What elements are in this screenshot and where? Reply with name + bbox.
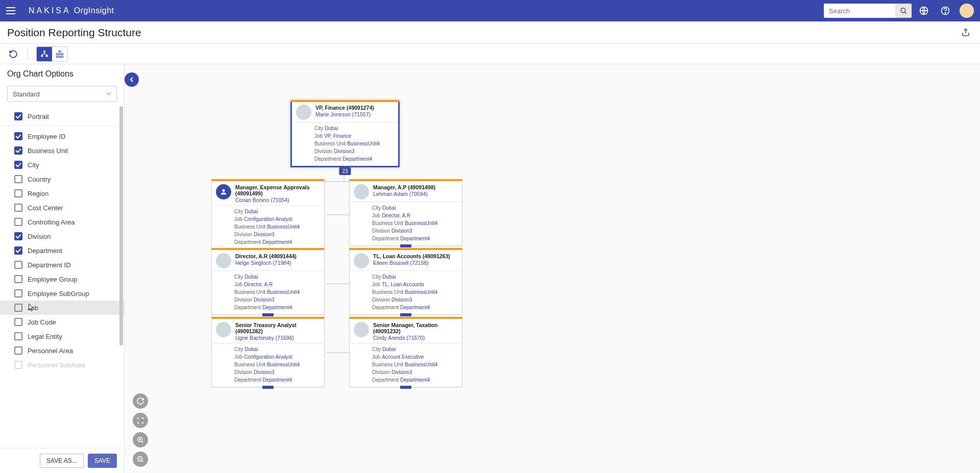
card-employee: Helge Siegloch (71984)	[235, 260, 320, 266]
field-label: City	[314, 125, 323, 132]
checkbox[interactable]	[14, 275, 22, 283]
option-region[interactable]: Region	[0, 186, 124, 201]
option-job-code[interactable]: Job Code	[0, 315, 124, 329]
user-avatar[interactable]	[960, 4, 974, 18]
org-card[interactable]: Director, A.R (49091444)Helge Siegloch (…	[211, 248, 325, 315]
option-label: Employee ID	[28, 133, 65, 140]
option-cost-center[interactable]: Cost Center	[0, 201, 124, 215]
zoom-in-button[interactable]	[133, 432, 148, 447]
checkbox[interactable]	[14, 304, 22, 312]
card-avatar	[354, 322, 369, 337]
checkbox[interactable]	[14, 261, 22, 269]
field-label: Job	[234, 281, 242, 288]
help-icon[interactable]	[936, 2, 954, 20]
option-label: Personnel SubArea	[28, 361, 85, 369]
share-icon[interactable]	[959, 26, 973, 40]
option-label: Employee SubGroup	[28, 290, 89, 297]
child-count-badge[interactable]: 23	[339, 167, 351, 175]
options-list[interactable]: PortraitEmployee IDBusiness UnitCityCoun…	[0, 106, 124, 448]
template-select[interactable]: Standard	[7, 86, 117, 102]
option-label: Job	[28, 304, 38, 312]
checkbox[interactable]	[14, 246, 22, 255]
option-department-id[interactable]: Department ID	[0, 258, 124, 272]
option-division[interactable]: Division	[0, 229, 124, 243]
collapse-sidebar-button[interactable]	[125, 72, 139, 87]
option-label: Legal Entity	[28, 333, 62, 340]
search-button[interactable]	[895, 4, 912, 18]
card-employee: Conan Bonino (71054)	[235, 197, 320, 203]
checkbox[interactable]	[14, 132, 22, 140]
expand-handle[interactable]	[262, 313, 274, 316]
reset-view-button[interactable]	[133, 393, 148, 409]
checkbox[interactable]	[14, 161, 22, 169]
fullscreen-button[interactable]	[133, 413, 148, 428]
option-job[interactable]: Job	[0, 301, 124, 315]
option-employee-group[interactable]: Employee Group	[0, 272, 124, 286]
save-button[interactable]: SAVE	[88, 454, 117, 468]
option-employee-id[interactable]: Employee ID	[0, 129, 124, 143]
option-controlling-area[interactable]: Controlling Area	[0, 215, 124, 229]
zoom-out-button[interactable]	[133, 452, 148, 467]
brand-name: NAKISA	[29, 6, 71, 15]
field-label: City	[234, 208, 243, 215]
field-value: Department4	[342, 155, 372, 163]
checkbox[interactable]	[14, 204, 22, 212]
field-label: Job	[234, 215, 242, 223]
org-card[interactable]: Manager, Expense Approvals (49091499)Con…	[211, 179, 325, 250]
scrollbar[interactable]	[119, 106, 123, 345]
org-card[interactable]: Senior Treasury Analyst (49091282)Ugne B…	[211, 317, 325, 387]
checkbox[interactable]	[14, 189, 22, 197]
option-city[interactable]: City	[0, 158, 124, 172]
field-value: Department4	[400, 376, 430, 384]
save-as-button[interactable]: SAVE AS...	[40, 454, 84, 468]
checkbox[interactable]	[14, 318, 22, 326]
field-value: Division3	[254, 296, 275, 304]
checkbox[interactable]	[14, 289, 22, 297]
checkbox[interactable]	[14, 218, 22, 226]
menu-icon[interactable]	[6, 5, 18, 17]
org-canvas[interactable]: VP, Finance (49091274)Marie Joneson (715…	[125, 64, 980, 473]
search-icon	[900, 7, 908, 15]
card-avatar	[296, 105, 311, 120]
option-personnel-subarea[interactable]: Personnel SubArea	[0, 358, 124, 372]
svg-rect-13	[61, 53, 63, 55]
product-name: OrgInsight	[74, 6, 114, 15]
field-label: Department	[314, 155, 341, 163]
expand-handle[interactable]	[400, 244, 411, 247]
option-label: Personnel Area	[28, 347, 73, 355]
org-card[interactable]: Manager, A.P (49091498)Lehman Adam (7059…	[349, 179, 462, 246]
refresh-icon[interactable]	[7, 48, 19, 60]
option-label: Division	[28, 233, 51, 240]
view-hierarchy-button[interactable]	[37, 47, 52, 61]
field-value: Configuration Analyst	[244, 215, 292, 223]
option-country[interactable]: Country	[0, 172, 124, 186]
field-label: Department	[234, 238, 261, 246]
expand-handle[interactable]	[262, 386, 274, 389]
language-icon[interactable]	[915, 2, 933, 20]
option-employee-subgroup[interactable]: Employee SubGroup	[0, 286, 124, 301]
checkbox[interactable]	[14, 232, 22, 240]
checkbox[interactable]	[14, 361, 22, 369]
org-card[interactable]: TL, Loan Accounts (49091263)Eileen Brass…	[349, 248, 462, 315]
search-input[interactable]	[824, 4, 895, 18]
checkbox[interactable]	[14, 112, 22, 120]
org-card-root[interactable]: VP, Finance (49091274)Marie Joneson (715…	[290, 100, 400, 167]
field-label: Department	[372, 376, 399, 384]
option-department[interactable]: Department	[0, 243, 124, 258]
view-grid-button[interactable]	[52, 47, 67, 61]
checkbox[interactable]	[14, 146, 22, 155]
checkbox[interactable]	[14, 175, 22, 183]
option-legal-entity[interactable]: Legal Entity	[0, 329, 124, 343]
option-business-unit[interactable]: Business Unit	[0, 143, 124, 158]
org-card[interactable]: Senior Manager, Taxation (49091232)Cindy…	[349, 317, 462, 387]
checkbox[interactable]	[14, 346, 22, 355]
option-personnel-area[interactable]: Personnel Area	[0, 343, 124, 358]
option-portrait[interactable]: Portrait	[0, 109, 124, 126]
card-position: Senior Treasury Analyst (49091282)	[235, 322, 320, 334]
checkbox[interactable]	[14, 332, 22, 340]
field-label: City	[372, 204, 381, 212]
expand-handle[interactable]	[400, 386, 411, 389]
field-label: Job	[372, 353, 380, 361]
expand-handle[interactable]	[400, 313, 411, 316]
field-value: BusinessUnit4	[405, 361, 437, 368]
